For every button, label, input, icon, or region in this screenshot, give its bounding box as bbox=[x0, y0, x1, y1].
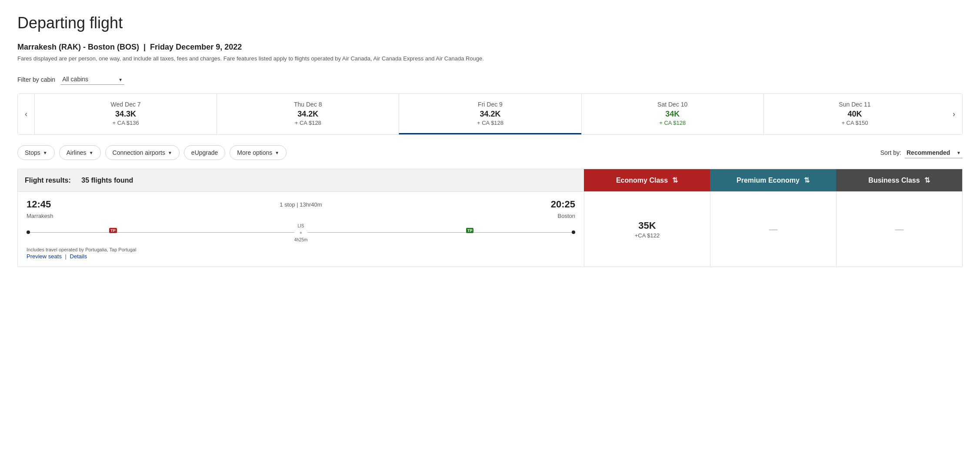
date-cell-2[interactable]: Fri Dec 9 34.2K + CA $128 bbox=[399, 94, 581, 134]
stop-badge-tp1: TP bbox=[109, 228, 117, 233]
sort-row: Sort by: Recommended Price Duration Depa… bbox=[880, 147, 963, 158]
premium-label: Premium Economy bbox=[737, 177, 800, 184]
economy-label: Economy Class bbox=[616, 177, 668, 184]
stops-arrow-icon: ▼ bbox=[43, 150, 47, 155]
date-label-0: Wed Dec 7 bbox=[40, 101, 211, 108]
connection-arrow-icon: ▼ bbox=[168, 150, 172, 155]
cabin-filter-wrapper: All cabins Economy Premium Economy Busin… bbox=[60, 74, 124, 85]
date-cash-3: + CA $128 bbox=[587, 120, 758, 126]
cabin-filter-row: Filter by cabin All cabins Economy Premi… bbox=[17, 74, 963, 85]
airlines-filter-button[interactable]: Airlines ▼ bbox=[59, 145, 101, 160]
more-options-button[interactable]: More options ▼ bbox=[230, 145, 287, 160]
date-navigation: ‹ Wed Dec 7 34.3K + CA $136 Thu Dec 8 34… bbox=[17, 93, 963, 135]
sort-select[interactable]: Recommended Price Duration Departure bbox=[905, 147, 963, 158]
cabin-filter-label: Filter by cabin bbox=[17, 76, 55, 83]
flight-arrive-time: 20:25 bbox=[551, 199, 575, 210]
route-start-dot bbox=[27, 230, 30, 234]
connection-filter-label: Connection airports bbox=[113, 149, 165, 156]
date-label-3: Sat Dec 10 bbox=[587, 101, 758, 108]
date-cell-3[interactable]: Sat Dec 10 34K + CA $128 bbox=[581, 94, 763, 134]
route-segment-2: TP bbox=[307, 232, 572, 233]
date-miles-2: 34.2K bbox=[404, 110, 576, 119]
more-options-label: More options bbox=[237, 149, 272, 156]
business-price-cell: — bbox=[836, 192, 962, 267]
route-end-dot bbox=[572, 230, 575, 234]
results-container: Flight results: 35 flights found Economy… bbox=[17, 169, 963, 267]
date-label-1: Thu Dec 8 bbox=[222, 101, 393, 108]
route-layover: + 4h25m bbox=[294, 230, 308, 242]
flight-stops: 1 stop | 13hr40m bbox=[280, 201, 322, 208]
date-cell-1[interactable]: Thu Dec 8 34.2K + CA $128 bbox=[217, 94, 399, 134]
date-cash-1: + CA $128 bbox=[222, 120, 393, 126]
eupgrade-button[interactable]: eUpgrade bbox=[184, 145, 226, 160]
flight-route-line: TP LIS + 4h25m TP bbox=[27, 222, 575, 243]
flight-count: 35 flights found bbox=[81, 177, 133, 184]
flight-results-prefix: Flight results: bbox=[25, 177, 71, 184]
date-label-2: Fri Dec 9 bbox=[404, 101, 576, 108]
flight-times: 12:45 1 stop | 13hr40m 20:25 bbox=[27, 199, 575, 210]
flight-info: 12:45 1 stop | 13hr40m 20:25 Marrakesh B… bbox=[18, 192, 584, 267]
date-cell-0[interactable]: Wed Dec 7 34.3K + CA $136 bbox=[34, 94, 217, 134]
links-separator: | bbox=[65, 253, 67, 260]
business-label: Business Class bbox=[868, 177, 920, 184]
filter-buttons: Stops ▼ Airlines ▼ Connection airports ▼… bbox=[17, 145, 287, 160]
date-miles-3: 34K bbox=[587, 110, 758, 119]
date-cash-2: + CA $128 bbox=[404, 120, 576, 126]
economy-price-cash: +CA $122 bbox=[635, 232, 660, 239]
results-header: Flight results: 35 flights found Economy… bbox=[18, 169, 962, 191]
more-options-arrow-icon: ▼ bbox=[275, 150, 279, 155]
economy-price-cell[interactable]: 35K +CA $122 bbox=[584, 192, 710, 267]
airlines-filter-label: Airlines bbox=[67, 149, 87, 156]
business-header[interactable]: Business Class ⇅ bbox=[836, 169, 962, 191]
stop-badge-tp2: TP bbox=[466, 228, 474, 233]
date-cash-4: + CA $150 bbox=[769, 120, 940, 126]
stops-filter-button[interactable]: Stops ▼ bbox=[17, 145, 55, 160]
airlines-arrow-icon: ▼ bbox=[89, 150, 93, 155]
business-dash: — bbox=[895, 224, 904, 234]
flight-operated: Includes travel operated by Portugalia, … bbox=[27, 247, 575, 252]
flight-links: Preview seats | Details bbox=[27, 253, 575, 260]
date-next-button[interactable]: › bbox=[946, 94, 962, 134]
stops-filter-label: Stops bbox=[25, 149, 40, 156]
date-cash-0: + CA $136 bbox=[40, 120, 211, 126]
date-miles-0: 34.3K bbox=[40, 110, 211, 119]
flight-cities: Marrakesh Boston bbox=[27, 213, 575, 219]
flight-depart-time: 12:45 bbox=[27, 199, 51, 210]
preview-seats-link[interactable]: Preview seats bbox=[27, 253, 62, 260]
sort-select-wrapper: Recommended Price Duration Departure bbox=[905, 147, 963, 158]
sort-label: Sort by: bbox=[880, 149, 901, 156]
date-miles-4: 40K bbox=[769, 110, 940, 119]
premium-price-cell: — bbox=[710, 192, 836, 267]
date-cell-4[interactable]: Sun Dec 11 40K + CA $150 bbox=[763, 94, 946, 134]
flight-to-city: Boston bbox=[558, 213, 575, 219]
flight-from-city: Marrakesh bbox=[27, 213, 53, 219]
eupgrade-label: eUpgrade bbox=[191, 149, 218, 156]
details-link[interactable]: Details bbox=[70, 253, 87, 260]
flight-row: 12:45 1 stop | 13hr40m 20:25 Marrakesh B… bbox=[18, 191, 962, 267]
route-segment-1: TP bbox=[30, 232, 294, 233]
premium-sort-icon: ⇅ bbox=[804, 176, 810, 184]
fare-note: Fares displayed are per person, one way,… bbox=[17, 55, 963, 62]
stop-tp-2: TP bbox=[466, 228, 474, 233]
cabin-filter-select[interactable]: All cabins Economy Premium Economy Busin… bbox=[60, 74, 124, 85]
date-prev-button[interactable]: ‹ bbox=[18, 94, 34, 134]
stop-tp-1: TP bbox=[109, 228, 117, 233]
connection-filter-button[interactable]: Connection airports ▼ bbox=[105, 145, 180, 160]
economy-header[interactable]: Economy Class ⇅ bbox=[584, 169, 710, 191]
economy-price-miles: 35K bbox=[638, 220, 656, 231]
route-title: Marrakesh (RAK) - Boston (BOS) | Friday … bbox=[17, 43, 242, 51]
premium-header[interactable]: Premium Economy ⇅ bbox=[710, 169, 836, 191]
date-label-4: Sun Dec 11 bbox=[769, 101, 940, 108]
date-miles-1: 34.2K bbox=[222, 110, 393, 119]
route-lis: LIS + 4h25m bbox=[294, 222, 308, 243]
page-title: Departing flight bbox=[17, 14, 963, 32]
premium-dash: — bbox=[769, 224, 778, 234]
economy-sort-icon: ⇅ bbox=[672, 176, 678, 184]
business-sort-icon: ⇅ bbox=[924, 176, 930, 184]
flight-results-count-cell: Flight results: 35 flights found bbox=[18, 169, 584, 191]
route-lis-label: LIS bbox=[298, 224, 304, 228]
